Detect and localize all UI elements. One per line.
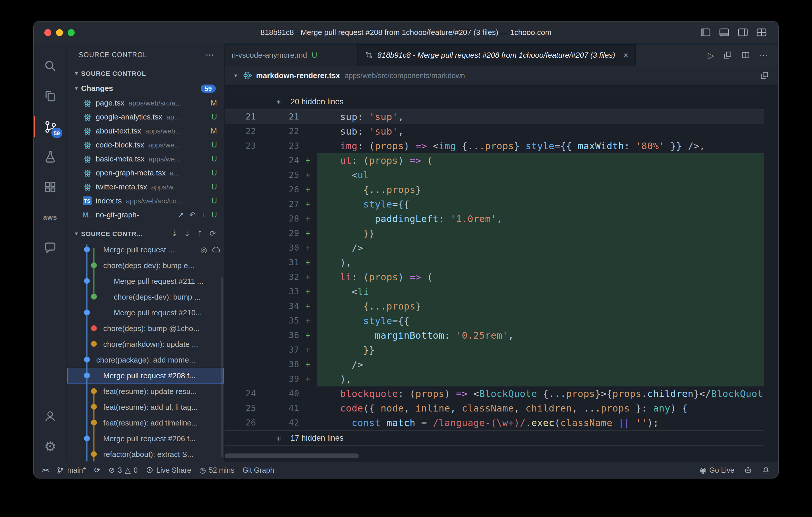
hidden-lines-top[interactable]: ∗ 20 hidden lines bbox=[225, 94, 764, 110]
activity-explorer-icon[interactable] bbox=[33, 81, 67, 111]
accounts-icon[interactable] bbox=[33, 401, 67, 431]
toggle-secondary-sidebar-icon[interactable] bbox=[738, 28, 748, 37]
code-line[interactable]: 26 + {...props} bbox=[225, 182, 764, 197]
discard-changes-icon[interactable]: ↶ bbox=[189, 211, 196, 219]
code-line[interactable]: 32 + li: (props) => ( bbox=[225, 270, 764, 284]
branch-indicator[interactable]: main* bbox=[57, 466, 86, 474]
toggle-primary-sidebar-icon[interactable] bbox=[701, 28, 710, 37]
changed-file-row[interactable]: TS index.ts apps/web/src/co... U bbox=[67, 194, 224, 208]
activity-source-control-icon[interactable]: 59 bbox=[33, 111, 67, 142]
code-line[interactable]: 29 + }} bbox=[225, 226, 764, 241]
changed-file-row[interactable]: open-graph-meta.tsx a... U bbox=[67, 166, 224, 180]
tab-commit-diff[interactable]: 818b91c8 - Merge pull request #208 from … bbox=[357, 44, 636, 66]
commit-row[interactable]: chore(markdown): update ... bbox=[67, 336, 224, 352]
code-text: marginBottom: '0.25rem', bbox=[317, 328, 764, 343]
code-text: <ul bbox=[317, 168, 764, 182]
go-live-button[interactable]: ◉ Go Live bbox=[700, 466, 734, 475]
customize-layout-icon[interactable] bbox=[757, 28, 766, 37]
toggle-panel-icon[interactable] bbox=[719, 28, 729, 37]
code-line[interactable]: 28 + paddingLeft: '1.0rem', bbox=[225, 212, 764, 226]
open-file-icon[interactable]: ↗ bbox=[178, 211, 184, 219]
pull-icon[interactable]: ⇣ bbox=[184, 230, 191, 238]
diff-editor[interactable]: ∗ 20 hidden lines 21 21 sup: 'sup', 22 bbox=[225, 86, 778, 462]
activity-search-icon[interactable] bbox=[33, 51, 67, 81]
open-file-icon[interactable] bbox=[760, 71, 769, 80]
code-line[interactable]: 35 + style={{ bbox=[225, 313, 764, 328]
code-line[interactable]: 33 + <li bbox=[225, 284, 764, 299]
commit-row[interactable]: refactor(about): extract S... bbox=[67, 447, 224, 462]
more-actions-icon[interactable]: ⋯ bbox=[759, 51, 768, 60]
run-file-icon[interactable]: ▷ bbox=[707, 51, 714, 60]
hidden-lines-bottom[interactable]: ∗ 17 hidden lines bbox=[225, 430, 764, 446]
code-line[interactable]: 25 41 code({ node, inline, className, ch… bbox=[225, 401, 764, 416]
horizontal-scrollbar[interactable] bbox=[225, 453, 359, 458]
stage-changes-icon[interactable]: + bbox=[201, 211, 205, 219]
changed-file-row[interactable]: basic-meta.tsx apps/we... U bbox=[67, 152, 224, 166]
changed-file-row[interactable]: twitter-meta.tsx apps/w... U bbox=[67, 180, 224, 194]
commit-row[interactable]: Merge pull request ... ◎ bbox=[67, 242, 224, 257]
git-graph-button[interactable]: Git Graph bbox=[243, 466, 274, 474]
live-share-button[interactable]: Live Share bbox=[146, 466, 191, 474]
commit-row[interactable]: feat(resume): update resu... bbox=[67, 384, 224, 399]
activity-extensions-icon[interactable] bbox=[33, 172, 67, 202]
split-editor-icon[interactable] bbox=[742, 51, 750, 59]
commit-row[interactable]: feat(resume): add timeline... bbox=[67, 415, 224, 431]
commit-row[interactable]: chore(deps-dev): bump e... bbox=[67, 257, 224, 273]
commit-row[interactable]: chore(deps): bump @1cho... bbox=[67, 321, 224, 336]
changed-file-row[interactable]: page.tsx apps/web/src/a... M bbox=[67, 96, 224, 110]
section-source-control[interactable]: ▾ SOURCE CONTROL bbox=[67, 66, 224, 81]
code-line[interactable]: 39 + ), bbox=[225, 372, 764, 387]
code-line[interactable]: 25 + <ul bbox=[225, 168, 764, 182]
commit-row[interactable]: chore(package): add mome... bbox=[67, 352, 224, 368]
chevron-down-icon[interactable]: ▾ bbox=[230, 72, 241, 79]
close-tab-icon[interactable]: × bbox=[623, 50, 629, 60]
commit-row[interactable]: Merge pull request #211 ... bbox=[67, 273, 224, 289]
sync-indicator[interactable]: ⟳ bbox=[94, 466, 100, 475]
activity-aws-icon[interactable]: aws bbox=[33, 202, 67, 233]
remote-indicator[interactable]: >< bbox=[42, 466, 49, 474]
code-line[interactable]: 34 + {...props} bbox=[225, 299, 764, 313]
commit-row[interactable]: Merge pull request #208 f... bbox=[67, 368, 224, 384]
changed-file-row[interactable]: about-text.tsx apps/web... M bbox=[67, 124, 224, 138]
code-token: maxWidth bbox=[578, 141, 624, 152]
changed-file-row[interactable]: google-analytics.tsx ap... U bbox=[67, 110, 224, 124]
code-line[interactable]: 23 23 img: (props) => <img {...props} st… bbox=[225, 139, 764, 153]
commit-row[interactable]: Merge pull request #210... bbox=[67, 305, 224, 321]
code-line[interactable]: 22 22 sub: 'sub', bbox=[225, 124, 764, 139]
push-icon[interactable]: ⇡ bbox=[197, 230, 203, 238]
code-line[interactable]: 21 21 sup: 'sup', bbox=[225, 110, 764, 124]
unfold-region-icon[interactable]: ∗ bbox=[276, 433, 281, 443]
timer-indicator[interactable]: ◷ 52 mins bbox=[199, 466, 234, 475]
code-line[interactable]: 36 + marginBottom: '0.25rem', bbox=[225, 328, 764, 343]
settings-gear-icon[interactable]: ⚙ bbox=[33, 431, 67, 462]
open-changes-icon[interactable] bbox=[723, 51, 732, 59]
code-line[interactable]: 37 + }} bbox=[225, 343, 764, 357]
commit-row[interactable]: Merge pull request #206 f... bbox=[67, 431, 224, 447]
code-line[interactable]: 31 + ), bbox=[225, 255, 764, 270]
section-source-control-graph[interactable]: ▾ SOURCE CONTR... ⇣ ⇣ ⇡ ⟳ bbox=[67, 225, 224, 242]
code-text: }} bbox=[317, 226, 764, 241]
commit-row[interactable]: chore(deps-dev): bump ... bbox=[67, 289, 224, 305]
problems-indicator[interactable]: ⊘ 3 △ 0 bbox=[109, 466, 138, 475]
refresh-icon[interactable]: ⟳ bbox=[209, 230, 216, 238]
more-actions-icon[interactable]: ⋯ bbox=[206, 50, 215, 60]
changed-file-row[interactable]: M↓ no-git-graph- ↗↶+ U bbox=[67, 208, 224, 222]
code-line[interactable]: 30 + /> bbox=[225, 241, 764, 255]
copilot-button[interactable] bbox=[744, 466, 753, 475]
changes-row[interactable]: ▾ Changes 59 bbox=[67, 81, 224, 96]
tab-markdown-file[interactable]: n-vscode-anymore.md U bbox=[225, 44, 357, 66]
notifications-button[interactable] bbox=[762, 466, 770, 474]
diff-file-header[interactable]: ▾ markdown-renderer.tsx apps/web/src/com… bbox=[225, 66, 778, 86]
code-line[interactable]: 38 + /> bbox=[225, 357, 764, 372]
code-line[interactable]: 24 + ul: (props) => ( bbox=[225, 153, 764, 168]
code-line[interactable]: 27 + style={{ bbox=[225, 197, 764, 212]
unfold-region-icon[interactable]: ∗ bbox=[276, 96, 281, 107]
fetch-icon[interactable]: ⇣ bbox=[171, 230, 178, 238]
sidebar-scrollbar[interactable] bbox=[221, 277, 224, 458]
changed-file-row[interactable]: code-block.tsx apps/we... U bbox=[67, 138, 224, 152]
activity-test-flask-icon[interactable] bbox=[33, 142, 67, 172]
code-line[interactable]: 24 40 blockquote: (props) => <BlockQuote… bbox=[225, 387, 764, 401]
commit-row[interactable]: feat(resume): add ul, li tag... bbox=[67, 399, 224, 415]
activity-chat-icon[interactable] bbox=[33, 233, 67, 263]
code-line[interactable]: 26 42 const match = /language-(\w+)/.exe… bbox=[225, 416, 764, 430]
